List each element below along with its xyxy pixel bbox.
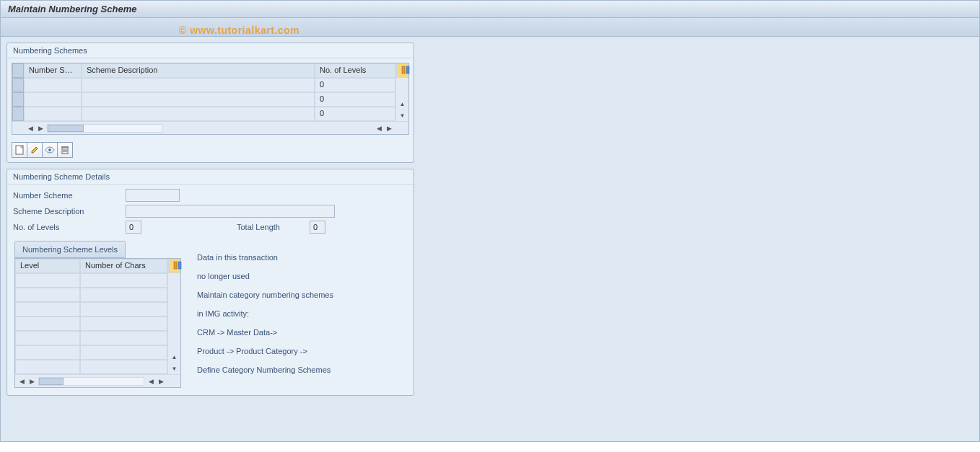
cell-level[interactable] xyxy=(15,345,80,360)
col-num-chars[interactable]: Number of Chars xyxy=(80,259,167,273)
svg-rect-1 xyxy=(406,66,409,74)
cell-chars[interactable] xyxy=(80,288,167,302)
delete-button[interactable] xyxy=(57,142,73,158)
label-scheme-description: Scheme Description xyxy=(13,207,121,216)
table-row[interactable] xyxy=(15,316,167,331)
levels-table: Level Number of Chars xyxy=(14,258,181,388)
cell-num[interactable] xyxy=(24,92,82,107)
row-selector-header xyxy=(12,63,24,78)
table-row[interactable] xyxy=(15,273,167,288)
scroll-right-icon[interactable]: ▶ xyxy=(156,376,166,386)
schemes-hscroll: ◀ ▶ ◀ ▶ xyxy=(12,121,408,134)
cell-chars[interactable] xyxy=(80,316,167,331)
scheme-description-field[interactable] xyxy=(126,205,335,218)
number-scheme-field[interactable] xyxy=(126,189,180,202)
table-row[interactable] xyxy=(15,360,167,374)
total-length-field[interactable] xyxy=(310,221,325,234)
cell-level[interactable] xyxy=(15,273,80,288)
scroll-track[interactable] xyxy=(38,377,144,386)
cell-levels[interactable]: 0 xyxy=(315,92,395,107)
info-line: CRM -> Master Data-> xyxy=(191,323,339,342)
col-number-scheme[interactable]: Number S… xyxy=(24,63,82,78)
cell-level[interactable] xyxy=(15,302,80,316)
scroll-left-icon[interactable]: ◀ xyxy=(146,376,156,386)
col-no-of-levels[interactable]: No. of Levels xyxy=(315,63,395,78)
info-text-block: Data in this transaction no longer used … xyxy=(181,235,339,379)
scroll-left-icon[interactable]: ◀ xyxy=(25,123,35,133)
content-area: Numbering Schemes Number S… Scheme Descr… xyxy=(0,37,980,442)
create-button[interactable] xyxy=(12,142,27,158)
label-no-of-levels: No. of Levels xyxy=(13,223,121,231)
scheme-details-group: Numbering Scheme Details Number Scheme S… xyxy=(6,169,414,396)
page-title: Maintain Numbering Scheme xyxy=(8,4,136,14)
table-row[interactable] xyxy=(15,288,167,302)
table-settings-icon[interactable] xyxy=(168,259,180,273)
cell-chars[interactable] xyxy=(80,302,167,316)
table-settings-icon[interactable] xyxy=(396,63,408,78)
no-of-levels-field[interactable] xyxy=(126,221,141,234)
cell-desc[interactable] xyxy=(82,92,315,107)
edit-button[interactable] xyxy=(27,142,43,158)
cell-level[interactable] xyxy=(15,360,80,374)
cell-levels[interactable]: 0 xyxy=(315,78,395,92)
scroll-up-icon[interactable]: ▲ xyxy=(170,352,180,362)
scroll-thumb[interactable] xyxy=(39,378,64,385)
schemes-vscroll: ▲ ▼ xyxy=(395,63,408,121)
table-row[interactable]: 0 xyxy=(12,92,395,107)
info-line: Define Category Numbering Schemes xyxy=(191,360,339,379)
scroll-right-icon[interactable]: ▶ xyxy=(384,123,394,133)
info-line: no longer used xyxy=(191,267,339,285)
svg-rect-0 xyxy=(402,66,405,74)
info-line: Product -> Product Category -> xyxy=(191,342,339,360)
row-selector[interactable] xyxy=(12,78,24,92)
scroll-left-icon[interactable]: ◀ xyxy=(17,376,27,386)
cell-level[interactable] xyxy=(15,331,80,345)
table-row[interactable]: 0 xyxy=(12,78,395,92)
levels-vscroll: ▲ ▼ xyxy=(167,259,180,374)
table-row[interactable] xyxy=(15,345,167,360)
numbering-schemes-title: Numbering Schemes xyxy=(7,43,414,58)
watermark: © www.tutorialkart.com xyxy=(179,25,299,36)
info-line: Data in this transaction xyxy=(191,248,339,267)
cell-desc[interactable] xyxy=(82,107,315,121)
cell-num[interactable] xyxy=(24,78,82,92)
svg-rect-9 xyxy=(174,262,177,269)
cell-levels[interactable]: 0 xyxy=(315,107,395,121)
scroll-track[interactable] xyxy=(47,124,162,133)
schemes-toolbar xyxy=(12,142,409,158)
display-button[interactable] xyxy=(42,142,58,158)
scroll-thumb[interactable] xyxy=(48,125,84,132)
scroll-down-icon[interactable]: ▼ xyxy=(398,110,408,120)
label-number-scheme: Number Scheme xyxy=(13,191,121,200)
cell-level[interactable] xyxy=(15,316,80,331)
table-row[interactable] xyxy=(15,331,167,345)
cell-level[interactable] xyxy=(15,288,80,302)
scroll-left-icon[interactable]: ◀ xyxy=(374,123,384,133)
info-line: Maintain category numbering schemes xyxy=(191,285,339,304)
scheme-details-title: Numbering Scheme Details xyxy=(7,169,414,185)
scroll-right-icon[interactable]: ▶ xyxy=(27,376,37,386)
col-scheme-description[interactable]: Scheme Description xyxy=(82,63,315,78)
row-selector[interactable] xyxy=(12,92,24,107)
cell-num[interactable] xyxy=(24,107,82,121)
row-selector[interactable] xyxy=(12,107,24,121)
scroll-right-icon[interactable]: ▶ xyxy=(35,123,45,133)
cell-chars[interactable] xyxy=(80,345,167,360)
cell-chars[interactable] xyxy=(80,273,167,288)
col-level[interactable]: Level xyxy=(15,259,80,273)
page-title-bar: Maintain Numbering Scheme xyxy=(0,0,980,18)
svg-point-3 xyxy=(48,149,51,151)
cell-desc[interactable] xyxy=(82,78,315,92)
scroll-up-icon[interactable]: ▲ xyxy=(398,99,408,109)
levels-hscroll: ◀ ▶ ◀ ▶ xyxy=(15,374,180,387)
tab-scheme-levels[interactable]: Numbering Scheme Levels xyxy=(14,241,126,258)
numbering-schemes-group: Numbering Schemes Number S… Scheme Descr… xyxy=(6,43,414,163)
svg-rect-10 xyxy=(178,262,181,269)
cell-chars[interactable] xyxy=(80,360,167,374)
app-toolbar xyxy=(0,18,980,37)
table-row[interactable]: 0 xyxy=(12,107,395,121)
table-row[interactable] xyxy=(15,302,167,316)
schemes-table: Number S… Scheme Description No. of Leve… xyxy=(12,63,409,135)
cell-chars[interactable] xyxy=(80,331,167,345)
scroll-down-icon[interactable]: ▼ xyxy=(170,363,180,373)
